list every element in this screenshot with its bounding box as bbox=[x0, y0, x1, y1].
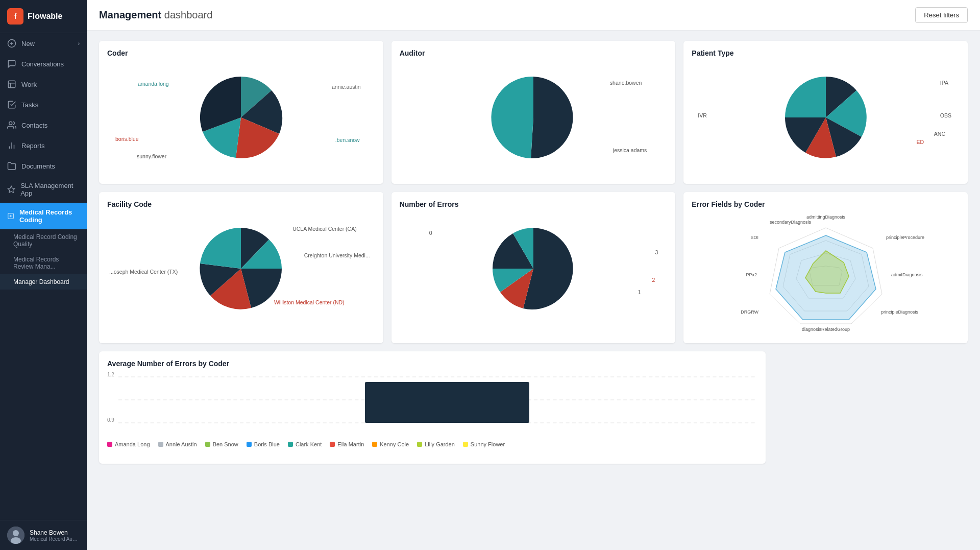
patient-type-chart-card: Patient Type IPA IVR OBS ANC ED bbox=[683, 41, 968, 184]
radar-container: admittingDiagnosis principleProcedure ad… bbox=[692, 212, 960, 335]
legend-dot-ben bbox=[205, 442, 210, 447]
dashboard-content: Coder amanda.long annie.austin boris.blu… bbox=[87, 31, 980, 550]
sidebar-item-new[interactable]: New › bbox=[0, 33, 87, 54]
svg-rect-3 bbox=[8, 81, 15, 88]
svg-text:PPx2: PPx2 bbox=[746, 272, 757, 277]
sidebar-label-contacts: Contacts bbox=[21, 122, 47, 129]
legend-ben: Ben Snow bbox=[205, 441, 238, 447]
legend-lilly: Lilly Garden bbox=[417, 441, 455, 447]
avg-errors-svg bbox=[118, 372, 757, 433]
sidebar-sublabel-manager: Manager Dashboard bbox=[13, 278, 69, 285]
sidebar-item-conversations[interactable]: Conversations bbox=[0, 54, 87, 74]
sidebar-label-reports: Reports bbox=[21, 142, 45, 150]
sidebar-item-tasks[interactable]: Tasks bbox=[0, 94, 87, 115]
auditor-pie-container: shane.bowen jessica.adams bbox=[400, 61, 668, 174]
reset-filters-button[interactable]: Reset filters bbox=[915, 7, 968, 23]
svg-rect-35 bbox=[365, 382, 529, 423]
page-title: Management dashboard bbox=[99, 9, 212, 21]
coder-label-ben: .ben.snow bbox=[335, 137, 360, 143]
patient-type-chart-title: Patient Type bbox=[692, 49, 960, 57]
error-fields-chart-title: Error Fields by Coder bbox=[692, 200, 960, 208]
auditor-chart-title: Auditor bbox=[400, 49, 668, 57]
facility-pie-container: UCLA Medical Center (CA) Creighton Unive… bbox=[107, 212, 375, 325]
auditor-label-jessica: jessica.adams bbox=[613, 147, 647, 153]
err-label-1: 1 bbox=[638, 289, 641, 295]
auditor-label-shane: shane.bowen bbox=[610, 80, 642, 86]
svg-text:DRGRW: DRGRW bbox=[741, 309, 758, 315]
svg-text:diagnosisRelatedGroup: diagnosisRelatedGroup bbox=[802, 327, 850, 332]
logo-text: Flowable bbox=[28, 12, 62, 21]
sidebar-item-documents[interactable]: Documents bbox=[0, 156, 87, 176]
sidebar-sub-review[interactable]: Medical Records Review Mana... bbox=[0, 252, 87, 274]
sidebar-sublabel-quality: Medical Record Coding Quality bbox=[13, 233, 80, 248]
avatar bbox=[7, 527, 24, 544]
svg-text:SOI: SOI bbox=[750, 235, 758, 240]
sidebar-label-tasks: Tasks bbox=[21, 101, 38, 109]
facility-chart-card: Facility Code UCLA Medical Center (CA) C… bbox=[99, 192, 383, 343]
sidebar-sub-quality[interactable]: Medical Record Coding Quality bbox=[0, 229, 87, 252]
fc-label-creighton: Creighton University Medi... bbox=[304, 252, 370, 258]
y-axis: 1.2 0.9 bbox=[107, 372, 116, 423]
sidebar-item-medical-records[interactable]: Medical Records Coding bbox=[0, 203, 87, 229]
sidebar-user: Shane Bowen Medical Record Auditor bbox=[0, 520, 87, 550]
sidebar-label-work: Work bbox=[21, 81, 37, 88]
legend-dot-kenny bbox=[372, 442, 377, 447]
logo: f Flowable bbox=[0, 0, 87, 33]
sidebar-label-sla: SLA Management App bbox=[20, 182, 80, 197]
chevron-icon: › bbox=[78, 41, 80, 46]
pt-label-ed: ED bbox=[916, 139, 924, 145]
svg-text:secondaryDiagnosis: secondaryDiagnosis bbox=[770, 220, 812, 225]
sidebar-label-conversations: Conversations bbox=[21, 60, 64, 68]
main-content: Management dashboard Reset filters Coder bbox=[87, 0, 980, 550]
auditor-pie-svg bbox=[490, 74, 577, 161]
svg-text:admittingDiagnosis: admittingDiagnosis bbox=[806, 214, 846, 220]
sidebar-label-new: New bbox=[21, 40, 35, 47]
pt-label-obs: OBS bbox=[940, 112, 951, 118]
coder-label-boris: boris.blue bbox=[115, 136, 139, 142]
err-label-0: 0 bbox=[429, 230, 432, 236]
error-fields-chart-card: Error Fields by Coder admittingDiagnosis… bbox=[683, 192, 968, 343]
facility-pie-svg bbox=[198, 225, 284, 312]
svg-point-6 bbox=[9, 122, 12, 125]
svg-text:principleProcedure: principleProcedure bbox=[886, 235, 924, 240]
middle-charts-row: Facility Code UCLA Medical Center (CA) C… bbox=[99, 192, 968, 343]
pt-label-ivr: IVR bbox=[698, 112, 707, 118]
top-bar: Management dashboard Reset filters bbox=[87, 0, 980, 31]
err-label-3: 3 bbox=[655, 249, 658, 255]
legend: Amanda Long Annie Austin Ben Snow Boris … bbox=[107, 441, 757, 447]
sidebar-item-sla[interactable]: SLA Management App bbox=[0, 176, 87, 203]
legend-kenny: Kenny Cole bbox=[372, 441, 409, 447]
legend-ella: Ella Martin bbox=[330, 441, 364, 447]
coder-chart-card: Coder amanda.long annie.austin boris.blu… bbox=[99, 41, 383, 184]
svg-text:admitDiagnosis: admitDiagnosis bbox=[891, 272, 923, 277]
errors-pie-svg bbox=[493, 225, 574, 312]
coder-label-sunny: sunny.flower bbox=[137, 153, 166, 159]
legend-dot-amanda bbox=[107, 442, 112, 447]
errors-chart-title: Number of Errors bbox=[400, 200, 668, 208]
legend-sunny: Sunny Flower bbox=[463, 441, 505, 447]
svg-text:principieDiagnosis: principieDiagnosis bbox=[881, 309, 919, 315]
sidebar-sub-manager[interactable]: Manager Dashboard bbox=[0, 274, 87, 290]
fc-label-joseph: ...oseph Medical Center (TX) bbox=[109, 269, 178, 275]
sidebar-sublabel-review: Medical Records Review Mana... bbox=[13, 256, 80, 270]
avg-errors-chart-card: Average Number of Errors by Coder 1.2 0.… bbox=[99, 351, 766, 464]
sidebar-item-work[interactable]: Work bbox=[0, 74, 87, 94]
errors-chart-card: Number of Errors 0 3 2 1 bbox=[391, 192, 676, 343]
legend-dot-ella bbox=[330, 442, 335, 447]
top-charts-row: Coder amanda.long annie.austin boris.blu… bbox=[99, 41, 968, 184]
legend-clark: Clark Kent bbox=[288, 441, 322, 447]
patient-pie-svg bbox=[785, 74, 867, 161]
svg-point-15 bbox=[13, 530, 19, 536]
legend-annie: Annie Austin bbox=[158, 441, 197, 447]
svg-marker-10 bbox=[8, 186, 14, 193]
sidebar-item-reports[interactable]: Reports bbox=[0, 135, 87, 156]
legend-dot-boris bbox=[247, 442, 252, 447]
right-spacer bbox=[774, 351, 968, 464]
legend-dot-sunny bbox=[463, 442, 468, 447]
user-info: Shane Bowen Medical Record Auditor bbox=[30, 529, 80, 542]
sidebar: f Flowable New › Conversations Work Task… bbox=[0, 0, 87, 550]
coder-label-annie: annie.austin bbox=[332, 84, 361, 90]
fc-label-williston: Williston Medical Center (ND) bbox=[274, 299, 345, 305]
bottom-row: Average Number of Errors by Coder 1.2 0.… bbox=[99, 351, 968, 464]
sidebar-item-contacts[interactable]: Contacts bbox=[0, 115, 87, 135]
